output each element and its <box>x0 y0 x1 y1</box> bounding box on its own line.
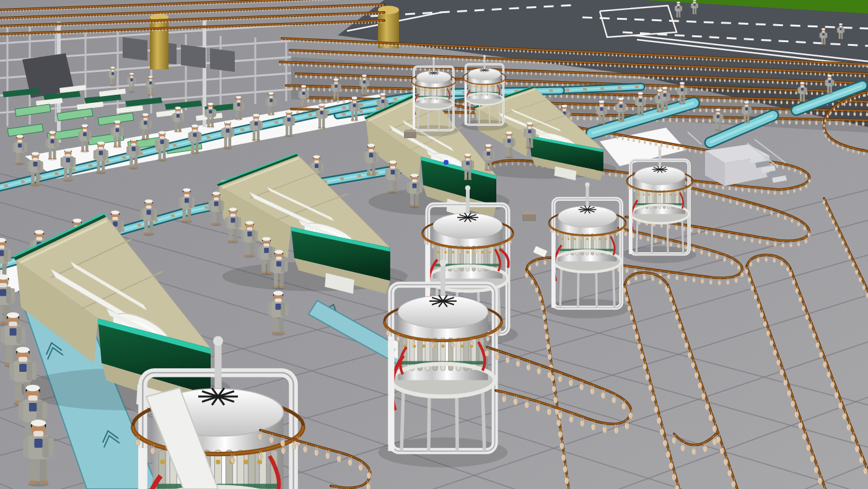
product-piece <box>309 114 312 117</box>
scene-3d-render <box>0 0 868 489</box>
product-piece <box>549 89 553 92</box>
product-piece <box>566 89 569 91</box>
product-piece <box>171 214 175 217</box>
product-piece <box>393 98 397 100</box>
product-piece <box>357 175 361 177</box>
product-piece <box>340 178 344 180</box>
product-piece <box>600 87 604 90</box>
floor-box <box>404 130 416 138</box>
product-piece <box>274 121 278 124</box>
product-piece <box>105 161 109 163</box>
product-piece <box>635 86 639 88</box>
blue-ball <box>444 160 449 165</box>
product-piece <box>342 113 346 115</box>
product-piece <box>173 144 177 147</box>
product-piece <box>342 107 346 109</box>
product-piece <box>583 88 587 90</box>
product-piece <box>122 156 126 159</box>
product-piece <box>4 185 8 187</box>
product-piece <box>359 110 363 113</box>
product-piece <box>138 224 141 227</box>
product-piece <box>55 172 58 175</box>
product-piece <box>89 164 92 167</box>
product-piece <box>72 169 76 171</box>
product-piece <box>240 128 244 131</box>
product-piece <box>21 180 25 183</box>
product-piece <box>204 206 208 209</box>
product-piece <box>207 136 211 139</box>
product-piece <box>154 219 158 222</box>
viewport-3d[interactable] <box>0 0 868 489</box>
product-piece <box>618 87 621 89</box>
floor-box <box>522 212 536 221</box>
